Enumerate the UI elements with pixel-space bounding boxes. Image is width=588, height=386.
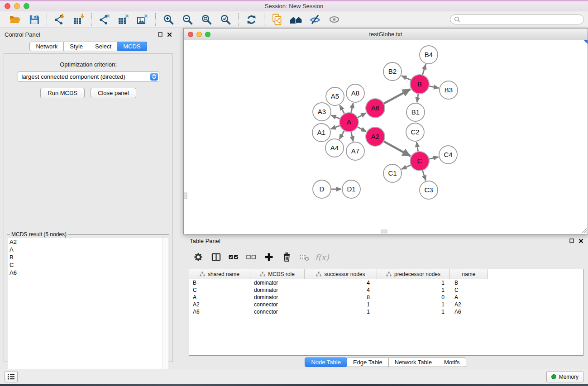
edge-A-A4[interactable] [339,130,345,139]
search-input[interactable] [450,14,584,24]
task-history-button[interactable] [5,371,18,382]
graph-node-A7[interactable]: A7 [346,142,364,160]
import-table-button[interactable] [72,13,86,26]
graph-node-B4[interactable]: B4 [420,46,438,64]
graph-node-A[interactable]: A [339,113,359,132]
resize-grip[interactable] [580,227,587,234]
edge-B-B1[interactable] [417,93,418,102]
edge-B-B3[interactable] [428,86,439,88]
tab-select[interactable]: Select [89,42,118,51]
copy-network-button[interactable] [270,13,284,26]
open-file-button[interactable] [8,13,22,26]
graph-node-B[interactable]: B [410,75,429,94]
table-settings-button[interactable] [191,251,205,263]
graph-node-D[interactable]: D [313,180,331,198]
tab-edge-table[interactable]: Edge Table [347,357,389,367]
mcds-result-item[interactable]: B [8,253,168,261]
edge-B-B2[interactable] [402,76,412,81]
close-table-panel-icon[interactable] [578,238,583,243]
tab-motifs[interactable]: Motifs [438,357,466,367]
edge-C-C1[interactable] [402,165,412,169]
graph-node-A4[interactable]: A4 [325,139,344,157]
column-header-MCDS-role[interactable]: MCDS role [250,269,305,279]
save-session-button[interactable] [27,13,41,26]
export-table-button[interactable] [116,13,131,26]
canvas-scroll-thumb[interactable] [184,193,187,199]
column-header-successor-nodes[interactable]: successor nodes [305,269,377,279]
mcds-result-item[interactable]: A [8,246,168,253]
graph-node-C[interactable]: C [410,152,429,171]
canvas-scroll-thumb[interactable] [381,230,387,233]
graph-node-B3[interactable]: B3 [440,81,458,99]
edge-C-C4[interactable] [428,157,439,159]
home-view-button[interactable] [289,13,303,26]
edge-A2-C[interactable] [383,141,411,156]
table-row-C[interactable]: Cdominator41C [189,286,583,294]
edge-A-A6[interactable] [357,113,366,118]
zoom-selected-button[interactable] [218,13,233,26]
refresh-view-button[interactable] [244,13,258,26]
tab-mcds[interactable]: MCDS [117,42,147,51]
column-visibility-button[interactable] [209,251,223,263]
export-image-button[interactable] [135,13,150,26]
column-header-shared-name[interactable]: shared name [189,269,250,279]
tab-network[interactable]: Network [29,42,64,51]
tab-style[interactable]: Style [64,42,89,51]
network-window-titlebar[interactable]: testGlobe.txt [184,29,588,40]
column-header-predecessor-nodes[interactable]: predecessor nodes [377,269,450,279]
edge-C-C3[interactable] [422,169,426,181]
mcds-result-item[interactable]: A2 [8,238,168,246]
delete-column-button[interactable] [280,251,293,263]
zoom-fit-button[interactable] [199,13,214,26]
close-panel-button[interactable]: Close panel [91,88,136,98]
criterion-select[interactable]: largest connected component (directed) [18,71,159,82]
edge-A-A2[interactable] [357,126,366,132]
graph-node-A1[interactable]: A1 [312,124,330,142]
tab-network-table[interactable]: Network Table [389,357,438,367]
zoom-out-button[interactable] [180,13,195,26]
graph-node-A2[interactable]: A2 [366,127,385,146]
deselect-all-columns-button[interactable] [244,251,258,263]
edge-A-A7[interactable] [351,131,353,142]
graph-node-C4[interactable]: C4 [439,146,457,164]
graph-node-A5[interactable]: A5 [326,87,344,105]
graph-node-A6[interactable]: A6 [366,99,385,118]
mcds-result-item[interactable]: A6 [8,269,168,276]
graph-node-B1[interactable]: B1 [406,103,425,121]
select-all-columns-button[interactable] [227,251,240,263]
graph-node-C1[interactable]: C1 [383,164,402,182]
memory-button[interactable]: Memory [546,371,583,382]
close-panel-icon[interactable] [167,32,172,37]
edge-B-B4[interactable] [422,64,426,76]
float-panel-icon[interactable] [158,32,163,37]
tab-node-table[interactable]: Node Table [305,357,347,367]
column-header-name[interactable]: name [450,269,488,279]
graph-node-C2[interactable]: C2 [406,123,424,141]
export-network-button[interactable] [97,13,112,26]
result-scrollbar[interactable] [163,238,168,384]
edge-A6-B[interactable] [383,89,411,104]
network-canvas[interactable]: B4B2BB3A8A5A6A3B1AC2A1A2A4A7C4CC1C3DD1 [184,40,588,234]
table-row-A6[interactable]: A6connector11A6 [189,308,583,315]
table-row-A2[interactable]: A2connector11A2 [189,301,583,308]
graph-node-B2[interactable]: B2 [383,62,402,81]
table-row-A[interactable]: Adominator80A [189,294,583,301]
edge-A-A3[interactable] [331,115,341,119]
zoom-in-button[interactable] [161,13,176,26]
edge-C-C2[interactable] [416,142,418,152]
float-table-panel-icon[interactable] [569,238,574,243]
mcds-result-item[interactable]: C [8,261,168,269]
hide-selected-button[interactable] [308,13,322,26]
edge-A-A5[interactable] [340,105,345,114]
show-all-button[interactable] [327,13,341,26]
graph-node-C3[interactable]: C3 [420,181,438,199]
graph-node-D1[interactable]: D1 [342,180,360,198]
graph-node-A8[interactable]: A8 [346,84,364,102]
graph-node-A3[interactable]: A3 [313,103,331,121]
table-row-B[interactable]: Bdominator41B [189,279,583,286]
mcds-result-list[interactable]: A2ABCA6 [8,238,168,384]
add-column-button[interactable] [262,251,276,263]
run-mcds-button[interactable]: Run MCDS [40,88,85,98]
edge-A-A1[interactable] [331,125,341,129]
import-network-button[interactable] [53,13,67,26]
